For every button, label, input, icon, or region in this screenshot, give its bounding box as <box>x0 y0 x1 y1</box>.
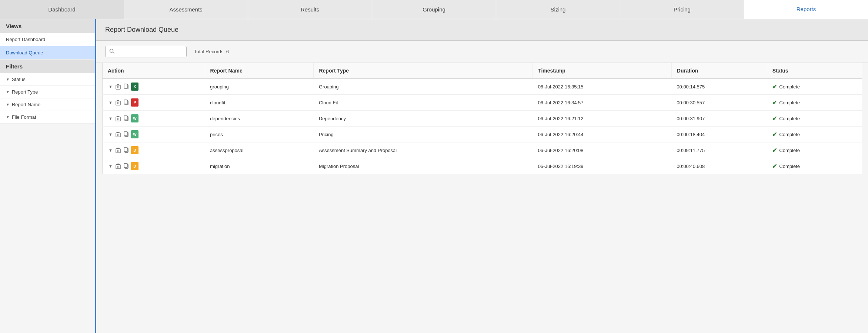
svg-rect-7 <box>124 84 127 88</box>
col-timestamp: Timestamp <box>533 63 672 79</box>
copy-icon[interactable] <box>123 147 130 154</box>
svg-rect-26 <box>116 149 120 153</box>
file-type-icon[interactable]: D <box>131 162 138 170</box>
file-type-icon[interactable]: X <box>131 83 138 91</box>
filter-file-format[interactable]: ▼ File Format <box>0 111 95 124</box>
filter-report-type-label: Report Type <box>12 89 38 95</box>
timestamp-cell: 06-Jul-2022 16:20:44 <box>533 127 672 142</box>
expand-icon[interactable]: ▼ <box>108 147 113 153</box>
timestamp-cell: 06-Jul-2022 16:21:12 <box>533 111 672 127</box>
status-label: Complete <box>779 84 800 90</box>
svg-rect-25 <box>124 132 127 136</box>
copy-icon[interactable] <box>123 162 130 170</box>
table-header-row: Action Report Name Report Type Timestamp… <box>103 63 862 79</box>
table-row: ▼ D assessproposal Assessment Summary an… <box>103 142 862 158</box>
timestamp-cell: 06-Jul-2022 16:34:57 <box>533 95 672 111</box>
status-label: Complete <box>779 132 800 137</box>
file-type-icon[interactable]: W <box>131 130 138 138</box>
report-type-cell: Dependency <box>314 111 533 127</box>
duration-cell: 00:00:40.608 <box>671 158 767 174</box>
duration-cell: 00:00:14.575 <box>671 78 767 95</box>
timestamp-cell: 06-Jul-2022 16:19:39 <box>533 158 672 174</box>
search-box[interactable] <box>105 46 187 57</box>
delete-icon[interactable] <box>115 115 121 122</box>
copy-icon[interactable] <box>123 99 130 106</box>
status-label: Complete <box>779 100 800 105</box>
delete-icon[interactable] <box>115 131 121 138</box>
tab-reports[interactable]: Reports <box>744 0 868 19</box>
sidebar-item-download-queue[interactable]: Download Queue <box>0 46 95 60</box>
table-container: Action Report Name Report Type Timestamp… <box>96 63 868 333</box>
col-report-type: Report Type <box>314 63 533 79</box>
status-cell: ✔ Complete <box>767 111 862 127</box>
action-cell: ▼ W <box>103 111 205 127</box>
sidebar-item-report-dashboard[interactable]: Report Dashboard <box>0 33 95 46</box>
table-row: ▼ X grouping Grouping 06-Jul-2022 16:35:… <box>103 78 862 95</box>
tab-pricing[interactable]: Pricing <box>620 0 744 19</box>
svg-rect-37 <box>124 164 127 168</box>
status-cell: ✔ Complete <box>767 95 862 111</box>
svg-rect-31 <box>124 148 127 152</box>
action-cell: ▼ D <box>103 158 205 174</box>
svg-rect-19 <box>124 116 127 120</box>
status-cell: ✔ Complete <box>767 127 862 142</box>
top-nav: DashboardAssessmentsResultsGroupingSizin… <box>0 0 868 19</box>
filter-report-name[interactable]: ▼ Report Name <box>0 98 95 111</box>
delete-icon[interactable] <box>115 147 121 154</box>
copy-icon[interactable] <box>123 115 130 122</box>
search-icon <box>109 48 114 55</box>
duration-cell: 00:00:31.907 <box>671 111 767 127</box>
complete-checkmark: ✔ <box>772 163 777 170</box>
copy-icon[interactable] <box>123 83 130 90</box>
report-type-cell: Assessment Summary and Proposal <box>314 142 533 158</box>
expand-icon[interactable]: ▼ <box>108 115 113 121</box>
expand-icon[interactable]: ▼ <box>108 131 113 137</box>
search-row: Total Records: 6 <box>96 41 868 63</box>
complete-checkmark: ✔ <box>772 131 777 138</box>
report-name-cell: prices <box>205 127 314 142</box>
content-header: Report Download Queue <box>96 19 868 41</box>
svg-rect-32 <box>116 165 120 169</box>
file-type-icon[interactable]: P <box>131 98 138 107</box>
table-row: ▼ W prices Pricing 06-Jul-2022 16:20:44 … <box>103 127 862 142</box>
report-type-cell: Grouping <box>314 78 533 95</box>
chevron-down-icon: ▼ <box>6 102 10 107</box>
status-label: Complete <box>779 164 800 169</box>
col-status: Status <box>767 63 862 79</box>
expand-icon[interactable]: ▼ <box>108 163 113 169</box>
search-input[interactable] <box>117 49 183 54</box>
reports-table: Action Report Name Report Type Timestamp… <box>102 63 862 174</box>
content-area: Report Download Queue Total Records: 6 A… <box>96 19 868 333</box>
delete-icon[interactable] <box>115 162 121 170</box>
status-label: Complete <box>779 116 800 121</box>
delete-icon[interactable] <box>115 99 121 106</box>
copy-icon[interactable] <box>123 131 130 138</box>
file-type-icon[interactable]: D <box>131 146 138 154</box>
tab-assessments[interactable]: Assessments <box>124 0 248 19</box>
complete-checkmark: ✔ <box>772 147 777 154</box>
tab-grouping[interactable]: Grouping <box>372 0 496 19</box>
duration-cell: 00:00:30.557 <box>671 95 767 111</box>
filter-report-type[interactable]: ▼ Report Type <box>0 86 95 98</box>
tab-results[interactable]: Results <box>248 0 372 19</box>
expand-icon[interactable]: ▼ <box>108 100 113 105</box>
complete-checkmark: ✔ <box>772 83 777 90</box>
file-type-icon[interactable]: W <box>131 114 138 122</box>
svg-line-1 <box>113 52 114 54</box>
delete-icon[interactable] <box>115 83 121 90</box>
expand-icon[interactable]: ▼ <box>108 84 113 90</box>
complete-checkmark: ✔ <box>772 115 777 122</box>
tab-dashboard[interactable]: Dashboard <box>0 0 124 19</box>
report-name-cell: grouping <box>205 78 314 95</box>
views-header: Views <box>0 19 95 33</box>
filters-header: Filters <box>0 60 95 73</box>
sidebar: Views Report Dashboard Download Queue Fi… <box>0 19 96 333</box>
filter-status[interactable]: ▼ Status <box>0 73 95 86</box>
report-type-cell: Migration Proposal <box>314 158 533 174</box>
table-row: ▼ P cloudfit Cloud Fit 06-Jul-2022 16:34… <box>103 95 862 111</box>
col-report-name: Report Name <box>205 63 314 79</box>
svg-rect-14 <box>116 117 120 121</box>
status-cell: ✔ Complete <box>767 142 862 158</box>
chevron-down-icon: ▼ <box>6 90 10 94</box>
tab-sizing[interactable]: Sizing <box>496 0 620 19</box>
